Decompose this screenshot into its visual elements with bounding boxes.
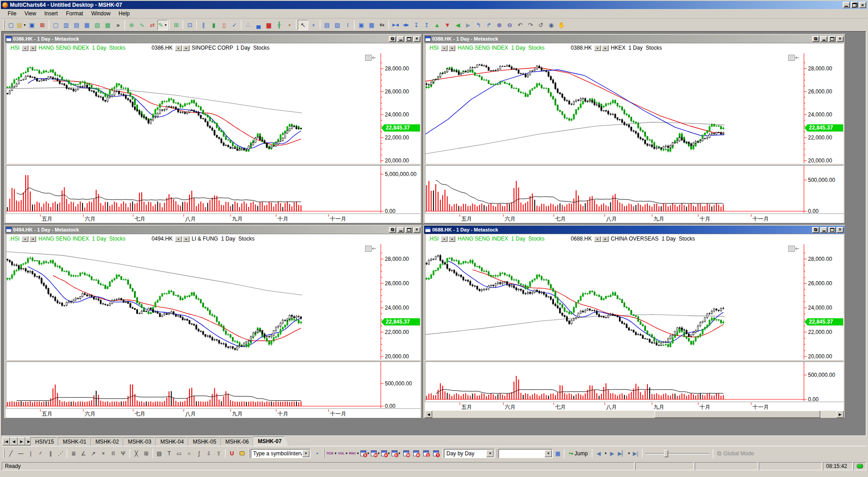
price-extension-button[interactable]: × <box>98 449 108 458</box>
trendline-button[interactable]: ╱ <box>6 449 16 458</box>
style-line-button[interactable]: ✓ <box>229 20 240 30</box>
arrow-up-button[interactable]: ⇧ <box>214 449 224 458</box>
chart-popout-button[interactable]: ⧉ <box>389 227 396 233</box>
chart-titlebar[interactable]: 0494.HK - 1 Day - Metastock⧉× <box>5 226 421 234</box>
new-quoteboard-window-button[interactable]: ▧ <box>92 20 102 30</box>
data-window-icon[interactable] <box>365 246 376 251</box>
replay-to-end-button[interactable]: ▶| <box>631 449 641 458</box>
pan-hand-button[interactable]: ✋ <box>556 20 567 30</box>
replay-fast-forward-button[interactable]: ▶▏ <box>617 449 627 458</box>
expand-scale-vertical-button[interactable]: ↥ <box>421 20 432 30</box>
tab-nav-first[interactable]: |◀ <box>2 437 10 445</box>
page-forward-button[interactable]: ↱ <box>484 20 494 30</box>
stock-interval-dropdown[interactable]: I▾ <box>602 236 609 242</box>
instrument-clock-button[interactable]: ◔ <box>312 449 322 458</box>
scroll-right-button[interactable]: ▶ <box>463 20 473 30</box>
scrollbar-thumb[interactable] <box>655 411 820 418</box>
expand-bars-horizontal-button[interactable]: ◀▶ <box>401 20 411 30</box>
chart-titlebar[interactable]: 0386.HK - 1 Day - Metastock⧉× <box>5 35 421 43</box>
app-titlebar[interactable]: MultiCharts64 - Untitled Desktop - MSHK-… <box>1 1 867 9</box>
compress-scale-vertical-button[interactable]: ↧ <box>411 20 421 30</box>
price-chart-canvas[interactable]: 28,000.0026,000.0024,000.0022,000.0020,0… <box>6 52 420 164</box>
curve-button[interactable]: ʃ <box>194 449 204 458</box>
zoom-out-button[interactable]: ⊖ <box>504 20 515 30</box>
volume-chart-canvas[interactable]: 5,000,000.000.00 <box>6 166 420 213</box>
stock-interval-dropdown[interactable]: I▾ <box>183 45 189 51</box>
redo-button[interactable]: ↷ <box>525 20 536 30</box>
resolution-volume-button[interactable]: VOL▼ <box>337 449 348 458</box>
volume-pane[interactable]: 500,000.000.00 <box>425 165 844 213</box>
replay-step-back-button[interactable]: ◀ <box>594 449 604 458</box>
channel-button[interactable]: ∥ <box>46 449 55 458</box>
replay-play-button[interactable]: ▶ <box>607 449 617 458</box>
chart-titlebar[interactable]: 0688.HK - 1 Day - Metastock⧉× <box>424 226 845 234</box>
slider-thumb[interactable] <box>664 450 668 457</box>
chart-close-button[interactable]: × <box>836 227 844 233</box>
menu-insert[interactable]: Insert <box>40 9 62 18</box>
chart-minimize-button[interactable] <box>820 227 827 233</box>
workspace-tab-mshk-01[interactable]: MSHK-01 <box>58 437 93 446</box>
replay-calendar-button[interactable]: ▦ <box>553 449 563 458</box>
ellipse-button[interactable]: ○ <box>184 449 194 458</box>
format-window-button[interactable]: ⊡ <box>185 20 195 30</box>
data-window-icon[interactable] <box>789 246 799 251</box>
freehand-drawing-button[interactable]: ╳ <box>131 449 141 458</box>
volume-chart-canvas[interactable]: 500,000.000.00 <box>425 166 844 213</box>
stock-format-dropdown[interactable]: ▾ <box>594 236 601 242</box>
resolution-weekly-button[interactable]: W <box>401 449 411 458</box>
volume-pane[interactable]: 500,000.000.00 <box>6 361 420 408</box>
chevron-down-icon[interactable]: ▼ <box>302 450 309 457</box>
chart-maximize-button[interactable] <box>828 227 836 233</box>
save-desktop-button[interactable]: ▣ <box>27 20 37 30</box>
resolution-minutes-button[interactable]: M▼ <box>370 449 381 458</box>
new-scanner-window-button[interactable]: ▥ <box>61 20 71 30</box>
tab-nav-next[interactable]: ▶ <box>18 437 25 445</box>
show-pointer-values-button[interactable]: ▧ <box>332 20 342 30</box>
style-dots-button[interactable]: ∴ <box>243 20 253 30</box>
tab-nav-prev[interactable]: ◀ <box>10 437 18 445</box>
tile-windows-button[interactable]: ▦ <box>366 20 377 30</box>
insert-symbol-button[interactable]: ⊕ <box>126 20 137 30</box>
new-dom-window-button[interactable]: ▤ <box>71 20 82 30</box>
menu-window[interactable]: Window <box>87 9 115 18</box>
snap-mode-magnet-button[interactable]: U <box>227 449 237 458</box>
style-histogram-button[interactable]: ▄ <box>253 20 263 30</box>
resolution-tick-button[interactable]: TICK▼ <box>326 449 337 458</box>
index-format-dropdown[interactable]: ▾ <box>22 236 28 242</box>
workspace-tab-mshk-02[interactable]: MSHK-02 <box>90 437 125 446</box>
chart-maximize-button[interactable] <box>405 227 412 233</box>
new-report-window-button[interactable]: ▩ <box>102 20 113 30</box>
price-pane[interactable]: .HSI▾I▾HANG SENG INDEX 1 Day Stocks0494.… <box>6 234 420 360</box>
volume-chart-canvas[interactable]: 500,000.000.00 <box>6 362 420 408</box>
volume-pane[interactable]: 5,000,000.000.00 <box>6 165 420 213</box>
price-pane[interactable]: .HSI▾I▾HANG SENG INDEX 1 Day Stocks0388.… <box>425 43 844 164</box>
resolution-days-button[interactable]: D▼ <box>391 449 402 458</box>
show-text-labels-button[interactable]: Ι <box>342 20 353 30</box>
new-timesales-window-button[interactable]: ▦ <box>82 20 92 30</box>
stock-format-dropdown[interactable]: ▾ <box>175 45 182 51</box>
angle-button[interactable]: ∠ <box>78 449 88 458</box>
resolution-yearly-button[interactable]: Y <box>431 449 441 458</box>
chart-minimize-button[interactable] <box>820 36 827 42</box>
symbol-interval-combo[interactable]: Type a symbol/interval ▼ <box>251 449 310 458</box>
cycle-lines-button[interactable]: Ψ <box>118 449 128 458</box>
chart-popout-button[interactable]: ⧉ <box>389 36 396 42</box>
scroll-up-button[interactable]: ▲ <box>432 20 442 30</box>
style-kagi-button[interactable]: ╂ <box>274 20 284 30</box>
page-back-button[interactable]: ↰ <box>473 20 484 30</box>
chart-maximize-button[interactable] <box>828 36 836 42</box>
replay-date-combo[interactable]: ▼ <box>499 449 553 458</box>
reset-view-button[interactable]: ↺ <box>536 20 546 30</box>
stay-in-drawing-mode-button[interactable] <box>237 449 247 458</box>
app-minimize-button[interactable] <box>843 2 850 8</box>
index-format-dropdown[interactable]: ▾ <box>441 45 448 51</box>
workspace-tab-hsiv15[interactable]: HSIV15 <box>30 437 60 446</box>
scroll-left-button[interactable]: ◀ <box>452 20 463 30</box>
style-hollow-candlestick-button[interactable]: ▯ <box>219 20 229 30</box>
resolution-hours-button[interactable]: H▼ <box>381 449 391 458</box>
chevron-down-icon[interactable]: ▼ <box>628 452 631 455</box>
style-candlestick-button[interactable]: ▮ <box>208 20 219 30</box>
compress-bars-horizontal-button[interactable]: ▶◀ <box>390 20 401 30</box>
toolbar-overflow-button[interactable]: » <box>113 20 123 30</box>
chevron-down-icon[interactable]: ▼ <box>604 452 607 455</box>
